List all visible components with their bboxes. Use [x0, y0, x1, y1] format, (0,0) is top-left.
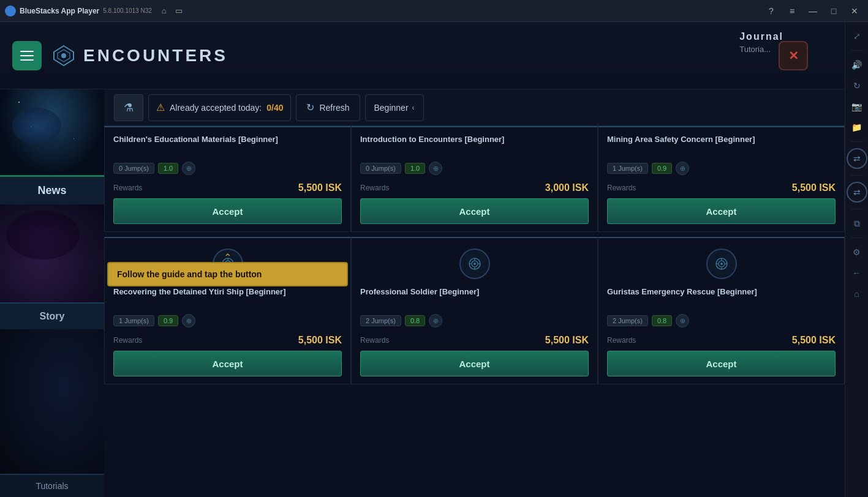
tutorial-label: Tutoria...: [739, 45, 783, 54]
rewards-label-3: Rewards: [607, 184, 636, 192]
accepted-info: ⚠ Already accepted today: 0/40: [148, 94, 291, 121]
card-security-1: 1.0: [158, 163, 178, 174]
tutorials-nav-item[interactable]: Tutorials: [0, 474, 104, 497]
card-circle-5: [459, 248, 490, 279]
difficulty-button[interactable]: Beginner ‹: [365, 94, 424, 121]
card-icon-area-6: [607, 245, 836, 282]
tooltip-text: Follow the guide and tap the button: [117, 269, 262, 279]
menu-button[interactable]: ≡: [783, 5, 801, 17]
card-security-6: 0.8: [652, 315, 672, 326]
accept-button-4[interactable]: Accept: [113, 351, 342, 376]
card-badges-5: 2 Jump(s) 0.8 ⊕: [360, 314, 589, 327]
card-badges-1: 0 Jump(s) 1.0 ⊕: [113, 162, 342, 175]
windows-icon[interactable]: ▭: [173, 5, 185, 17]
card-rewards-4: Rewards 5,500 ISK: [113, 335, 342, 346]
filter-bar: ⚗ ⚠ Already accepted today: 0/40 ↻ Refre…: [104, 89, 845, 126]
rewards-value-4: 5,500 ISK: [298, 335, 342, 346]
card-title-1: Children's Educational Materials [Beginn…: [113, 135, 342, 157]
tutorials-image: [0, 329, 104, 474]
home-game-icon[interactable]: ⌂: [848, 285, 866, 303]
home-icon[interactable]: ⌂: [158, 5, 170, 17]
svg-point-12: [474, 263, 476, 265]
share-icon-2[interactable]: ⇄: [847, 182, 867, 203]
card-info-icon-2[interactable]: ⊕: [429, 162, 442, 175]
expand-icon[interactable]: ⤢: [848, 27, 866, 45]
game-header: ENCOUNTERS Journal Tutoria... ✕: [0, 22, 845, 89]
card-jumps-5: 2 Jump(s): [360, 315, 401, 326]
help-button[interactable]: ?: [763, 5, 780, 17]
left-panel: News Story Tutorials: [0, 89, 104, 497]
minimize-button[interactable]: —: [804, 5, 821, 17]
card-title-3: Mining Area Safety Concern [Beginner]: [607, 135, 836, 157]
rewards-value-6: 5,500 ISK: [792, 335, 836, 346]
accepted-text: Already accepted today:: [170, 103, 262, 113]
story-label: Story: [40, 311, 65, 321]
game-content: News Story Tutorials: [0, 89, 845, 497]
screenshot-icon[interactable]: 📷: [848, 97, 866, 116]
accept-button-5[interactable]: Accept: [360, 351, 589, 376]
rewards-value-5: 5,500 ISK: [545, 335, 589, 346]
volume-icon[interactable]: 🔊: [848, 56, 866, 74]
tutorials-label: Tutorials: [36, 481, 68, 491]
settings-gear-icon[interactable]: ⚙: [848, 243, 866, 261]
encounter-card-2: Introduction to Encounters [Beginner] 0 …: [351, 126, 598, 232]
card-security-4: 0.9: [158, 315, 178, 326]
card-rewards-1: Rewards 5,500 ISK: [113, 182, 342, 193]
warning-icon: ⚠: [156, 102, 165, 113]
chevron-left-icon: ‹: [412, 103, 415, 112]
card-badges-2: 0 Jump(s) 1.0 ⊕: [360, 162, 589, 175]
right-sidebar: ⤢ 🔊 ↻ 📷 📁 ⇄ ⇄ ⧉ ⚙ ← ⌂: [845, 22, 868, 497]
difficulty-label: Beginner: [374, 103, 409, 113]
cards-container: Children's Educational Materials [Beginn…: [104, 126, 845, 497]
card-jumps-4: 1 Jump(s): [113, 315, 154, 326]
accept-button-3[interactable]: Accept: [607, 198, 836, 224]
card-info-icon-3[interactable]: ⊕: [676, 162, 689, 175]
window-close-button[interactable]: ✕: [846, 5, 863, 17]
rewards-label-6: Rewards: [607, 336, 636, 345]
titlebar-icons: ⌂ ▭: [158, 5, 185, 17]
filter-button[interactable]: ⚗: [114, 94, 143, 121]
encounter-card-3: Mining Area Safety Concern [Beginner] 1 …: [598, 126, 845, 232]
card-rewards-6: Rewards 5,500 ISK: [607, 335, 836, 346]
layers-icon[interactable]: ⧉: [848, 214, 866, 233]
encounter-card-1: Children's Educational Materials [Beginn…: [104, 126, 351, 232]
app-name: BlueStacks App Player: [20, 7, 99, 15]
rewards-value-3: 5,500 ISK: [792, 182, 836, 193]
card-badges-3: 1 Jump(s) 0.9 ⊕: [607, 162, 836, 175]
card-security-5: 0.8: [405, 315, 425, 326]
filter-icon: ⚗: [124, 101, 134, 114]
story-nav-item[interactable]: Story: [0, 302, 104, 329]
card-security-3: 0.9: [652, 163, 672, 174]
news-image: [0, 89, 104, 175]
card-jumps-1: 0 Jump(s): [113, 163, 154, 174]
rewards-value-2: 3,000 ISK: [545, 182, 589, 193]
card-jumps-6: 2 Jump(s): [607, 315, 648, 326]
card-info-icon-5[interactable]: ⊕: [429, 314, 442, 327]
rewards-label-2: Rewards: [360, 184, 389, 192]
game-close-button[interactable]: ✕: [779, 41, 808, 70]
accept-button-1[interactable]: Accept: [113, 198, 342, 224]
accept-button-6[interactable]: Accept: [607, 351, 836, 376]
game-title: ENCOUNTERS: [83, 46, 228, 65]
card-title-2: Introduction to Encounters [Beginner]: [360, 135, 589, 157]
rotate-icon[interactable]: ↻: [848, 77, 866, 95]
menu-hamburger-button[interactable]: [12, 41, 42, 70]
encounter-card-5: Professional Soldier [Beginner] 2 Jump(s…: [351, 237, 598, 384]
arrow-left-icon[interactable]: ←: [848, 264, 866, 282]
card-rewards-3: Rewards 5,500 ISK: [607, 182, 836, 193]
cards-row-1: Children's Educational Materials [Beginn…: [104, 126, 845, 232]
card-icon-area-5: [360, 245, 589, 282]
accept-button-2[interactable]: Accept: [360, 198, 589, 224]
refresh-button[interactable]: ↻ Refresh: [296, 94, 360, 121]
maximize-button[interactable]: □: [825, 5, 842, 17]
folder-icon[interactable]: 📁: [848, 118, 866, 136]
journal-label: Journal: [739, 31, 783, 42]
app-body: ENCOUNTERS Journal Tutoria... ✕: [0, 22, 868, 497]
card-info-icon-1[interactable]: ⊕: [182, 162, 195, 175]
app-version: 5.8.100.1013 N32: [103, 7, 152, 14]
card-info-icon-6[interactable]: ⊕: [676, 314, 689, 327]
card-info-icon-4[interactable]: ⊕: [182, 314, 195, 327]
news-nav-item[interactable]: News: [0, 175, 104, 204]
share-icon-1[interactable]: ⇄: [847, 148, 867, 169]
window-controls: ? ≡ — □ ✕: [763, 5, 863, 17]
